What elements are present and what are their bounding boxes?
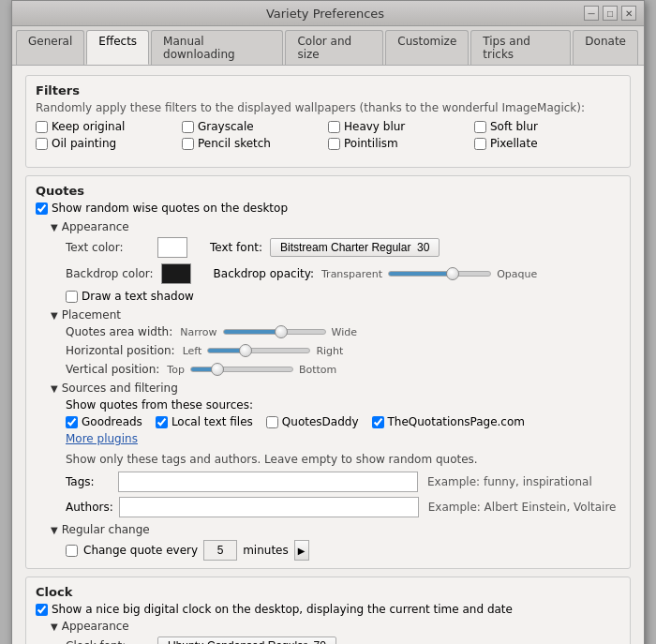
clock-title: Clock bbox=[36, 585, 620, 599]
backdrop-color-label: Backdrop color: bbox=[66, 267, 154, 280]
right-label: Right bbox=[316, 345, 343, 357]
bottom-label: Bottom bbox=[299, 364, 336, 376]
tab-effects[interactable]: Effects bbox=[86, 30, 149, 65]
source-goodreads-check[interactable] bbox=[66, 416, 78, 428]
regular-change-section: ▼ Regular change Change quote every minu… bbox=[51, 523, 620, 561]
minimize-button[interactable]: ─ bbox=[584, 6, 599, 21]
sources-section: ▼ Sources and filtering Show quotes from… bbox=[51, 382, 620, 517]
filter-pixellate-label: Pixellate bbox=[490, 137, 538, 150]
source-local-check[interactable] bbox=[156, 416, 168, 428]
tags-input[interactable] bbox=[118, 472, 418, 492]
clock-font-size: 70 bbox=[313, 639, 325, 644]
filter-soft-blur-label: Soft blur bbox=[490, 120, 538, 133]
vert-slider-track[interactable] bbox=[190, 367, 293, 372]
show-clock-label: Show a nice big digital clock on the des… bbox=[52, 603, 513, 616]
clock-appearance-header[interactable]: ▼ Appearance bbox=[51, 620, 620, 633]
filter-soft-blur: Soft blur bbox=[474, 120, 620, 133]
content-area: Filters Randomly apply these filters to … bbox=[12, 66, 644, 644]
tab-colorsize[interactable]: Color and size bbox=[285, 30, 383, 65]
maximize-button[interactable]: □ bbox=[603, 6, 618, 21]
sources-label: Sources and filtering bbox=[62, 382, 178, 395]
main-window: Variety Preferences ─ □ ✕ General Effect… bbox=[11, 0, 645, 644]
tab-general[interactable]: General bbox=[16, 30, 84, 65]
filter-oil-painting-check[interactable] bbox=[36, 138, 48, 150]
text-font-button[interactable]: Bitstream Charter Regular 30 bbox=[270, 238, 440, 257]
width-slider-container: Narrow Wide bbox=[180, 326, 357, 338]
change-label: Change quote every bbox=[83, 544, 198, 557]
vert-slider-container: Top Bottom bbox=[167, 364, 336, 376]
clock-appearance-section: ▼ Appearance Clock font: Ubuntu Condense… bbox=[51, 620, 620, 644]
filter-grayscale-check[interactable] bbox=[182, 121, 194, 133]
filter-soft-blur-check[interactable] bbox=[474, 121, 486, 133]
source-quotesdaddy: QuotesDaddy bbox=[266, 415, 359, 428]
width-slider-track[interactable] bbox=[223, 329, 326, 335]
sources-header[interactable]: ▼ Sources and filtering bbox=[51, 382, 620, 395]
source-quotesdaddy-check[interactable] bbox=[266, 416, 278, 428]
window-close-button[interactable]: ✕ bbox=[621, 6, 636, 21]
show-clock-check[interactable] bbox=[36, 604, 48, 616]
source-goodreads: Goodreads bbox=[66, 415, 142, 428]
draw-shadow-check[interactable] bbox=[66, 291, 78, 303]
filter-pixellate: Pixellate bbox=[474, 137, 620, 150]
horiz-slider-track[interactable] bbox=[207, 348, 310, 353]
regular-change-label: Regular change bbox=[62, 523, 150, 536]
clock-section: Clock Show a nice big digital clock on t… bbox=[25, 577, 631, 644]
opacity-slider-track[interactable] bbox=[388, 271, 491, 277]
filter-heavy-blur-check[interactable] bbox=[328, 121, 340, 133]
filter-keep-original-check[interactable] bbox=[36, 121, 48, 133]
filter-heavy-blur: Heavy blur bbox=[328, 120, 474, 133]
filter-keep-original-label: Keep original bbox=[52, 120, 125, 133]
filter-keep-original: Keep original bbox=[36, 120, 182, 133]
regular-change-header[interactable]: ▼ Regular change bbox=[51, 523, 620, 536]
tab-manual[interactable]: Manual downloading bbox=[151, 30, 283, 65]
change-quote-row: Change quote every minutes ▶ bbox=[66, 540, 620, 561]
authors-label: Authors: bbox=[66, 501, 113, 514]
backdrop-color-swatch[interactable] bbox=[161, 263, 191, 284]
filter-pencil-sketch-check[interactable] bbox=[182, 138, 194, 150]
tab-customize[interactable]: Customize bbox=[385, 30, 469, 65]
horiz-slider-thumb[interactable] bbox=[239, 344, 252, 357]
horiz-pos-row: Horizontal position: Left Right bbox=[66, 344, 620, 357]
clock-font-value: Ubuntu Condensed Regular bbox=[168, 639, 307, 644]
source-thequotationspage-check[interactable] bbox=[372, 416, 384, 428]
regular-change-arrow: ▼ bbox=[51, 525, 58, 535]
filters-section: Filters Randomly apply these filters to … bbox=[25, 75, 631, 168]
interval-input[interactable] bbox=[203, 540, 237, 561]
appearance-arrow: ▼ bbox=[51, 222, 58, 232]
minutes-arrow[interactable]: ▶ bbox=[294, 540, 309, 561]
tab-tips[interactable]: Tips and tricks bbox=[470, 30, 571, 65]
opacity-slider-thumb[interactable] bbox=[446, 267, 459, 280]
clock-font-row: Clock font: Ubuntu Condensed Regular 70 bbox=[66, 637, 620, 644]
text-color-row: Text color: Text font: Bitstream Charter… bbox=[66, 237, 620, 258]
quotes-section: Quotes Show random wise quotes on the de… bbox=[25, 175, 631, 569]
change-quote-check[interactable] bbox=[66, 545, 78, 557]
placement-arrow: ▼ bbox=[51, 310, 58, 321]
vert-pos-row: Vertical position: Top Bottom bbox=[66, 363, 620, 376]
show-quotes-check[interactable] bbox=[36, 202, 48, 215]
text-font-label: Text font: bbox=[210, 241, 262, 254]
filter-pixellate-check[interactable] bbox=[474, 138, 486, 150]
text-color-swatch[interactable] bbox=[157, 237, 187, 258]
placement-header[interactable]: ▼ Placement bbox=[51, 308, 620, 322]
quotes-title: Quotes bbox=[36, 184, 620, 198]
tab-donate[interactable]: Donate bbox=[573, 30, 638, 65]
placement-content: Quotes area width: Narrow Wide Horizonta… bbox=[66, 325, 620, 376]
horiz-pos-label: Horizontal position: bbox=[66, 344, 175, 357]
tab-bar: General Effects Manual downloading Color… bbox=[12, 26, 644, 66]
width-slider-thumb[interactable] bbox=[275, 325, 288, 338]
clock-font-button[interactable]: Ubuntu Condensed Regular 70 bbox=[157, 637, 336, 644]
source-quotesdaddy-label: QuotesDaddy bbox=[282, 415, 359, 428]
area-width-row: Quotes area width: Narrow Wide bbox=[66, 325, 620, 338]
more-plugins-link[interactable]: More plugins bbox=[66, 432, 620, 445]
filter-heavy-blur-label: Heavy blur bbox=[344, 120, 405, 133]
show-quotes-row: Show random wise quotes on the desktop bbox=[36, 202, 620, 215]
vert-slider-thumb[interactable] bbox=[211, 363, 224, 376]
draw-shadow-label: Draw a text shadow bbox=[82, 290, 194, 303]
filter-pencil-sketch-label: Pencil sketch bbox=[198, 137, 271, 150]
authors-input[interactable] bbox=[119, 497, 419, 517]
source-goodreads-label: Goodreads bbox=[82, 415, 142, 428]
clock-appearance-arrow: ▼ bbox=[51, 622, 58, 632]
appearance-header[interactable]: ▼ Appearance bbox=[51, 220, 620, 233]
filter-pointilism-check[interactable] bbox=[328, 138, 340, 150]
placement-label: Placement bbox=[62, 308, 121, 322]
